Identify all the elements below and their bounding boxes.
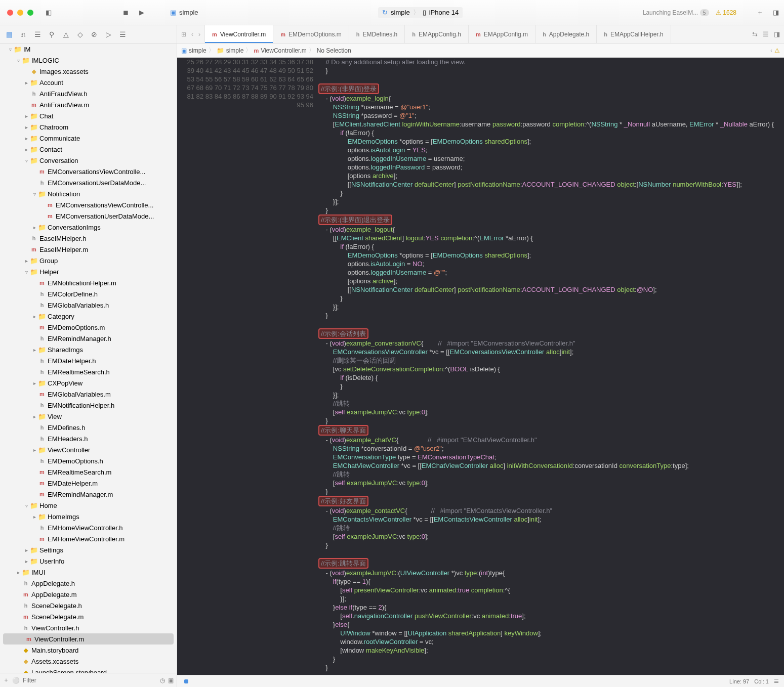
forward-icon[interactable]: › (198, 31, 200, 38)
tree-item[interactable]: hEMRealtimeSearch.h (0, 366, 177, 377)
tree-item[interactable]: ▸📁Category (0, 311, 177, 322)
tree-item[interactable]: ◆Main.storyboard (0, 645, 177, 656)
find-nav-icon[interactable]: ⚲ (47, 29, 57, 39)
tree-item[interactable]: ▸📁Group (0, 255, 177, 266)
tree-item[interactable]: mAntiFraudView.m (0, 99, 177, 110)
grid-icon[interactable]: ⊞ (181, 31, 186, 38)
run-button[interactable]: ▶ (136, 7, 148, 19)
add-icon[interactable]: ＋ (754, 7, 766, 19)
jump-seg-3[interactable]: No Selection (317, 47, 351, 54)
warning-count[interactable]: 1628 (723, 9, 736, 16)
jump-seg-2[interactable]: ViewController.m (261, 47, 306, 54)
source-control-nav-icon[interactable]: ⎌ (18, 29, 28, 39)
disclosure-icon[interactable]: ▸ (31, 225, 37, 230)
tree-item[interactable]: ▸📁SharedImgs (0, 344, 177, 355)
tree-item[interactable]: ▸📁UserInfo (0, 555, 177, 567)
file-tree[interactable]: ▿📁IM▿📁IMLOGIC◆Images.xcassets▸📁AccounthA… (0, 44, 177, 673)
status-count[interactable]: 5 (700, 9, 709, 16)
jump-bar[interactable]: ▣ simple〉 📁 simple〉 m ViewController.m〉 … (177, 44, 784, 58)
disclosure-icon[interactable]: ▿ (7, 47, 13, 52)
close-icon[interactable] (7, 10, 13, 16)
tree-item[interactable]: ◆Assets.xcassets (0, 656, 177, 667)
disclosure-icon[interactable]: ▸ (31, 447, 37, 453)
disclosure-icon[interactable]: ▸ (31, 514, 37, 520)
tree-item[interactable]: ▿📁Notification (0, 188, 177, 199)
tree-item[interactable]: hEMHomeViewController.h (0, 522, 177, 533)
disclosure-icon[interactable]: ▸ (23, 80, 29, 85)
tree-item[interactable]: ▿📁IM (0, 44, 177, 55)
tree-item[interactable]: ▸📁Chat (0, 110, 177, 121)
tree-item[interactable]: ▿📁Helper (0, 266, 177, 277)
tree-item[interactable]: hSceneDelegate.h (0, 600, 177, 611)
tree-item[interactable]: mEMRealtimeSearch.m (0, 466, 177, 478)
editor-tab[interactable]: hEMAppCallHelper.h (597, 25, 671, 43)
disclosure-icon[interactable]: ▸ (23, 113, 29, 119)
disclosure-icon[interactable]: ▸ (31, 347, 37, 353)
disclosure-icon[interactable]: ▸ (31, 380, 37, 386)
tree-item[interactable]: hEMNotificationHelper.h (0, 400, 177, 411)
tree-item[interactable]: hEMHeaders.h (0, 433, 177, 444)
tree-item[interactable]: ▸📁IMUI (0, 567, 177, 578)
debug-indicator-icon[interactable] (184, 679, 188, 683)
tree-item[interactable]: mEMGlobalVariables.m (0, 389, 177, 400)
tree-item[interactable]: hEMDefines.h (0, 422, 177, 433)
issue-nav-icon[interactable]: △ (61, 29, 71, 39)
tree-item[interactable]: ▸📁CXPopView (0, 377, 177, 389)
tree-item[interactable]: ▿📁IMLOGIC (0, 55, 177, 66)
editor-options-icon[interactable]: ☰ (774, 678, 779, 684)
tree-item[interactable]: mEaseIMHelper.m (0, 244, 177, 255)
disclosure-icon[interactable]: ▸ (23, 124, 29, 130)
disclosure-icon[interactable]: ▸ (23, 147, 29, 152)
issue-warn-icon[interactable]: ⚠ (774, 47, 780, 54)
source-text[interactable]: // Do any additional setup after loading… (318, 58, 784, 675)
editor-tab[interactable]: mEMAppConfig.m (469, 25, 535, 43)
tree-item[interactable]: hAntiFraudView.h (0, 88, 177, 99)
tree-item[interactable]: ▸📁Communicate (0, 133, 177, 144)
scheme-selector[interactable]: ↻ simple 〉 ▯ iPhone 14 (378, 7, 463, 18)
disclosure-icon[interactable]: ▿ (31, 191, 37, 197)
tree-item[interactable]: ▿📁Home (0, 500, 177, 511)
stop-button[interactable]: ◼ (119, 7, 132, 19)
disclosure-icon[interactable]: ▸ (23, 258, 29, 264)
tree-item[interactable]: mEMNotificationHelper.m (0, 277, 177, 288)
editor-tab[interactable]: mEMDemoOptions.m (273, 25, 349, 43)
tree-item[interactable]: mEMHomeViewController.m (0, 533, 177, 544)
zoom-icon[interactable] (27, 10, 33, 16)
tree-item[interactable]: mAppDelegate.m (0, 589, 177, 600)
issue-prev-icon[interactable]: ‹ (770, 47, 772, 54)
scm-filter-icon[interactable]: ▣ (168, 677, 174, 684)
tree-item[interactable]: ▸📁Chatroom (0, 121, 177, 133)
tree-item[interactable]: hViewController.h (0, 622, 177, 633)
warning-icon[interactable]: ⚠ (716, 9, 721, 16)
tree-item[interactable]: hEaseIMHelper.h (0, 233, 177, 244)
minimize-icon[interactable] (17, 10, 23, 16)
tree-item[interactable]: ◆LaunchScreen.storyboard (0, 667, 177, 673)
tree-item[interactable]: mSceneDelegate.m (0, 611, 177, 622)
editor-tab[interactable]: hEMDefines.h (349, 25, 405, 43)
tree-item[interactable]: mEMDateHelper.m (0, 478, 177, 489)
breakpoint-nav-icon[interactable]: ▷ (103, 29, 113, 39)
library-icon[interactable]: ◨ (770, 7, 782, 19)
disclosure-icon[interactable]: ▿ (23, 269, 29, 275)
tree-item[interactable]: ▿📁Conversation (0, 155, 177, 166)
tree-item[interactable]: hEMColorDefine.h (0, 288, 177, 299)
filter-input[interactable] (23, 677, 157, 684)
tree-item[interactable]: mEMConversationsViewControlle... (0, 166, 177, 177)
disclosure-icon[interactable]: ▸ (23, 559, 29, 564)
project-nav-icon[interactable]: ▤ (4, 29, 14, 39)
disclosure-icon[interactable]: ▿ (23, 503, 29, 508)
editor-tab[interactable]: mViewController.m (205, 25, 273, 43)
minimap-icon[interactable]: ⇆ (752, 30, 758, 38)
tab-nav-controls[interactable]: ⊞ ‹ › (177, 25, 205, 43)
editor-tab[interactable]: hAppDelegate.h (535, 25, 597, 43)
tree-item[interactable]: hEMDateHelper.h (0, 355, 177, 366)
adjust-icon[interactable]: ☰ (763, 30, 769, 38)
recent-icon[interactable]: ◷ (160, 677, 165, 684)
jump-seg-1[interactable]: simple (226, 47, 244, 54)
tree-item[interactable]: mEMConversationsViewControlle... (0, 199, 177, 210)
tree-item[interactable]: ▸📁Settings (0, 544, 177, 555)
test-nav-icon[interactable]: ◇ (75, 29, 85, 39)
back-icon[interactable]: ‹ (191, 31, 193, 38)
report-nav-icon[interactable]: ☰ (117, 29, 128, 39)
tree-item[interactable]: ▸📁View (0, 411, 177, 422)
